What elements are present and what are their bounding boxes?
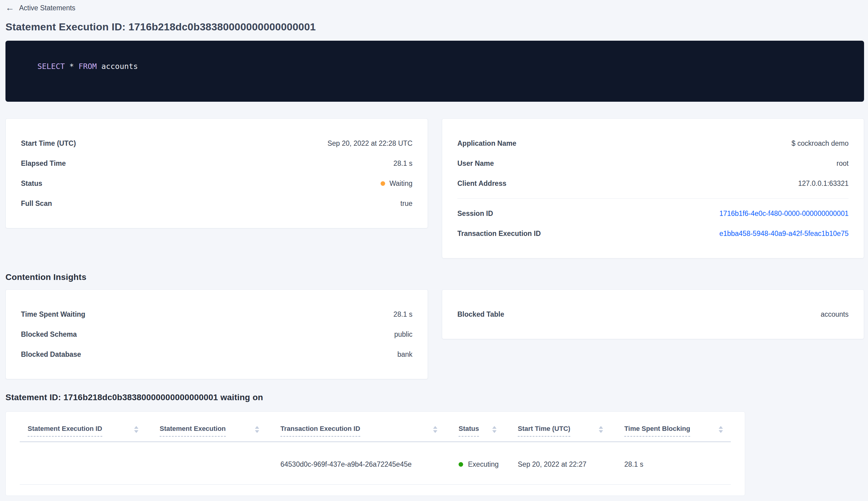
sort-arrows-icon[interactable] [719, 426, 723, 433]
column-header-time-spent-blocking: Time Spent Blocking [624, 412, 731, 442]
transaction-execution-id-row: Transaction Execution ID e1bba458-5948-4… [457, 223, 849, 244]
sort-arrows-icon[interactable] [599, 426, 603, 433]
cell-status: Executing [458, 442, 518, 484]
status-waiting-text: Waiting [389, 180, 412, 187]
status-row: Status Waiting [21, 173, 412, 193]
elapsed-time-value: 28.1 s [393, 160, 412, 167]
session-id-label: Session ID [457, 210, 493, 217]
blocked-schema-label: Blocked Schema [21, 331, 77, 338]
user-name-label: User Name [457, 160, 494, 167]
time-spent-blocking-header-label[interactable]: Time Spent Blocking [624, 425, 690, 437]
full-scan-label: Full Scan [21, 200, 52, 207]
transaction-execution-id-label: Transaction Execution ID [457, 230, 541, 237]
column-header-statement-execution: Statement Execution [160, 412, 280, 442]
arrow-left-icon: ← [6, 3, 14, 12]
breadcrumb-label: Active Statements [19, 4, 75, 12]
column-header-transaction-execution-id: Transaction Execution ID [280, 412, 458, 442]
time-spent-waiting-value: 28.1 s [393, 311, 412, 318]
blocked-table-value: accounts [821, 311, 849, 318]
elapsed-time-label: Elapsed Time [21, 160, 66, 167]
contention-insights-heading: Contention Insights [6, 273, 864, 282]
sql-statement-box: SELECT * FROM accounts [6, 41, 864, 102]
status-waiting-dot-icon [381, 181, 385, 186]
sql-statement-text: SELECT * FROM accounts [37, 62, 138, 71]
status-header-label[interactable]: Status [458, 425, 479, 437]
blocked-database-value: bank [397, 351, 412, 358]
full-scan-row: Full Scan true [21, 193, 412, 213]
blocked-database-row: Blocked Database bank [21, 344, 412, 364]
session-id-link[interactable]: 1716b1f6-4e0c-f480-0000-000000000001 [719, 210, 849, 217]
execution-details-card: Start Time (UTC) Sep 20, 2022 at 22:28 U… [6, 118, 428, 228]
statement-execution-details-page: ← Active Statements Statement Execution … [0, 0, 868, 496]
user-name-row: User Name root [457, 153, 849, 173]
blocked-schema-value: public [394, 331, 412, 338]
time-spent-waiting-row: Time Spent Waiting 28.1 s [21, 304, 412, 324]
cell-transaction-execution-id: 64530d0c-969f-437e-a9b4-26a72245e45e [280, 442, 458, 484]
start-time-label: Start Time (UTC) [21, 140, 76, 147]
time-spent-waiting-label: Time Spent Waiting [21, 311, 85, 318]
user-name-value: root [836, 160, 849, 167]
page-title: Statement Execution ID: 1716b218dc0b3838… [6, 21, 864, 33]
sort-arrows-icon[interactable] [134, 426, 138, 433]
waiting-on-table-card: Statement Execution ID Statement Executi… [6, 412, 745, 496]
statement-execution-id-header-label[interactable]: Statement Execution ID [28, 425, 102, 437]
waiting-on-table: Statement Execution ID Statement Executi… [20, 412, 731, 484]
blocked-table-label: Blocked Table [457, 311, 504, 318]
cell-statement-execution-id [20, 442, 160, 484]
blocked-table-row: Blocked Table accounts [457, 304, 849, 324]
blocked-schema-row: Blocked Schema public [21, 324, 412, 344]
sort-arrows-icon[interactable] [492, 426, 497, 433]
status-executing-text: Executing [468, 460, 499, 469]
column-header-status: Status [458, 412, 518, 442]
client-address-value: 127.0.0.1:63321 [798, 180, 849, 187]
transaction-execution-id-link[interactable]: e1bba458-5948-40a9-a42f-5feac1b10e75 [719, 230, 849, 237]
session-id-row: Session ID 1716b1f6-4e0c-f480-0000-00000… [457, 203, 849, 223]
table-row: 64530d0c-969f-437e-a9b4-26a72245e45e Exe… [20, 442, 731, 484]
start-time-header-label[interactable]: Start Time (UTC) [518, 425, 570, 437]
sort-arrows-icon[interactable] [255, 426, 259, 433]
column-header-statement-execution-id: Statement Execution ID [20, 412, 160, 442]
contention-right-card: Blocked Table accounts [442, 289, 864, 339]
application-name-row: Application Name $ cockroach demo [457, 133, 849, 153]
full-scan-value: true [400, 200, 412, 207]
application-name-label: Application Name [457, 140, 516, 147]
card-divider [457, 198, 849, 199]
application-name-value: $ cockroach demo [792, 140, 849, 147]
contention-cards: Time Spent Waiting 28.1 s Blocked Schema… [6, 289, 864, 379]
column-header-start-time: Start Time (UTC) [518, 412, 624, 442]
table-header-row: Statement Execution ID Statement Executi… [20, 412, 731, 442]
sort-arrows-icon[interactable] [433, 426, 437, 433]
status-value: Waiting [381, 180, 412, 187]
cell-statement-execution [160, 442, 280, 484]
blocked-database-label: Blocked Database [21, 351, 81, 358]
start-time-value: Sep 20, 2022 at 22:28 UTC [327, 140, 412, 147]
cell-start-time: Sep 20, 2022 at 22:27 [518, 442, 624, 484]
elapsed-time-row: Elapsed Time 28.1 s [21, 153, 412, 173]
status-label: Status [21, 180, 42, 187]
contention-left-card: Time Spent Waiting 28.1 s Blocked Schema… [6, 289, 428, 379]
cell-time-spent-blocking: 28.1 s [624, 442, 731, 484]
breadcrumb-back-link[interactable]: ← Active Statements [6, 4, 75, 12]
statement-execution-header-label[interactable]: Statement Execution [160, 425, 226, 437]
start-time-row: Start Time (UTC) Sep 20, 2022 at 22:28 U… [21, 133, 412, 153]
client-address-row: Client Address 127.0.0.1:63321 [457, 173, 849, 193]
waiting-on-heading: Statement ID: 1716b218dc0b38380000000000… [6, 393, 864, 402]
overview-cards: Start Time (UTC) Sep 20, 2022 at 22:28 U… [6, 118, 864, 258]
status-executing-dot-icon [458, 462, 463, 467]
client-address-label: Client Address [457, 180, 506, 187]
transaction-execution-id-header-label[interactable]: Transaction Execution ID [280, 425, 360, 437]
session-details-card: Application Name $ cockroach demo User N… [442, 118, 864, 258]
